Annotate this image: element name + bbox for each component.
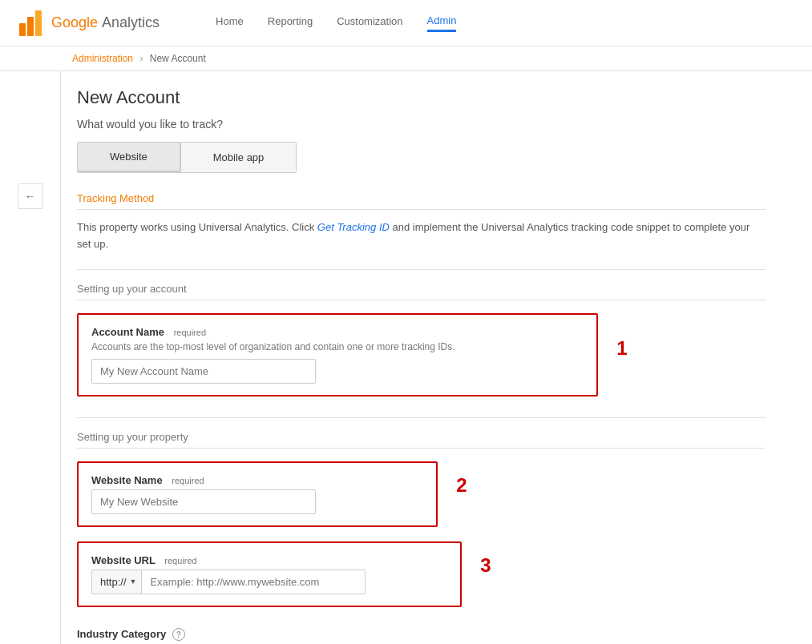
get-tracking-id-link[interactable]: Get Tracking ID — [317, 221, 390, 233]
track-mobile-button[interactable]: Mobile app — [180, 142, 297, 173]
track-type-buttons: Website Mobile app — [77, 142, 766, 173]
track-question: What would you like to track? — [77, 118, 766, 131]
track-website-button[interactable]: Website — [77, 142, 180, 173]
website-url-required: required — [164, 556, 196, 566]
main-nav: Home Reporting Customization Admin — [216, 14, 456, 32]
property-section-title: Setting up your property — [77, 431, 766, 449]
tracking-method-section: Tracking Method This property works usin… — [77, 192, 766, 253]
page-title: New Account — [77, 87, 766, 108]
property-section: Setting up your property Website Name re… — [77, 431, 766, 644]
industry-category-section: Industry Category ? Select One ▼ — [77, 628, 766, 644]
tracking-method-info: This property works using Universal Anal… — [77, 219, 766, 253]
url-prefix-text: http:// — [100, 576, 127, 588]
logo: Google Analytics — [16, 9, 160, 38]
svg-rect-2 — [35, 10, 42, 36]
annotation-2: 2 — [456, 474, 467, 497]
url-prefix-arrow-icon: ▼ — [130, 578, 137, 586]
sidebar-toggle-button[interactable]: ← — [18, 183, 43, 209]
website-name-label: Website Name required — [91, 474, 423, 486]
nav-reporting[interactable]: Reporting — [268, 15, 313, 30]
nav-home[interactable]: Home — [216, 15, 244, 30]
account-section-title: Setting up your account — [77, 283, 766, 300]
annotation-3: 3 — [480, 554, 491, 577]
website-url-input[interactable] — [141, 570, 366, 594]
website-name-input[interactable] — [91, 489, 316, 514]
header: Google Analytics Home Reporting Customiz… — [0, 0, 812, 46]
annotation-1: 1 — [616, 337, 627, 360]
account-section: Setting up your account Account Name req… — [77, 283, 766, 401]
website-url-field-group: Website URL required http:// ▼ — [77, 541, 462, 607]
sidebar-toggle-area: ← — [0, 71, 60, 644]
main-content: New Account What would you like to track… — [60, 71, 798, 644]
website-name-required: required — [172, 476, 204, 485]
divider-2 — [77, 417, 766, 418]
nav-admin[interactable]: Admin — [427, 14, 457, 32]
website-url-label: Website URL required — [91, 554, 447, 566]
account-name-required: required — [174, 328, 206, 337]
tracking-method-header: Tracking Method — [77, 192, 766, 210]
svg-rect-0 — [19, 23, 26, 36]
account-name-label: Account Name required — [91, 326, 584, 338]
breadcrumb-separator: › — [139, 53, 143, 64]
url-field-wrapper: http:// ▼ — [91, 570, 447, 594]
industry-help-icon[interactable]: ? — [172, 628, 185, 641]
account-name-input[interactable] — [91, 359, 316, 384]
divider-1 — [77, 269, 766, 270]
nav-customization[interactable]: Customization — [337, 15, 402, 30]
website-name-field-group: Website Name required — [77, 461, 438, 527]
logo-text: Google Analytics — [51, 14, 160, 31]
breadcrumb: Administration › New Account — [0, 46, 812, 71]
svg-rect-1 — [27, 17, 34, 36]
breadcrumb-parent[interactable]: Administration — [72, 53, 133, 64]
breadcrumb-current: New Account — [150, 53, 206, 64]
industry-label: Industry Category ? — [77, 628, 766, 642]
url-prefix-dropdown[interactable]: http:// ▼ — [91, 570, 141, 594]
account-name-desc: Accounts are the top-most level of organ… — [91, 341, 584, 352]
logo-icon — [16, 9, 45, 38]
content-wrapper: ← New Account What would you like to tra… — [0, 71, 812, 644]
account-name-field-group: Account Name required Accounts are the t… — [77, 313, 598, 396]
